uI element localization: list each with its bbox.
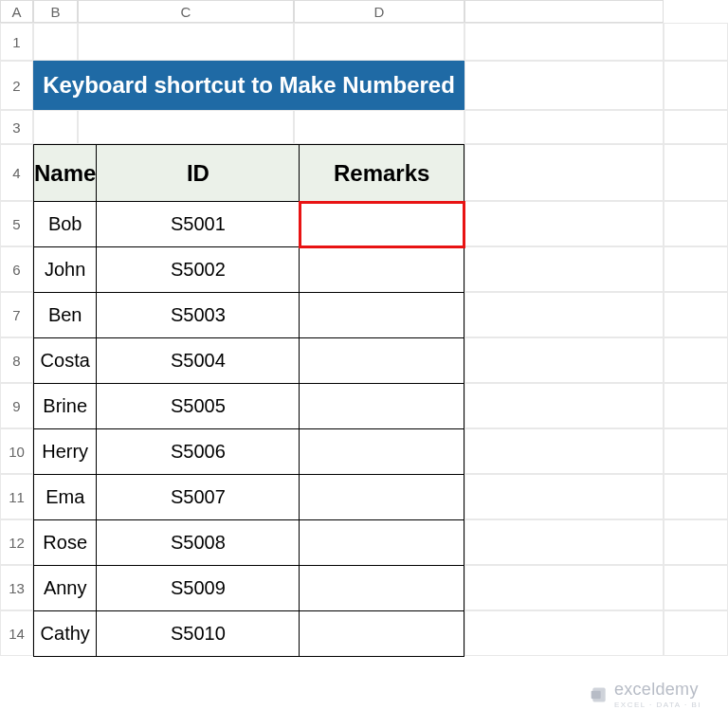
cell-bg[interactable] bbox=[664, 292, 728, 337]
cell-bg[interactable] bbox=[0, 201, 33, 246]
cell-bg[interactable] bbox=[464, 61, 664, 110]
cell-bg[interactable] bbox=[0, 144, 33, 201]
table-header[interactable]: Name bbox=[34, 145, 97, 202]
cell-bg[interactable] bbox=[664, 246, 728, 292]
cell-bg[interactable] bbox=[464, 144, 664, 201]
table-cell-id[interactable]: S5008 bbox=[97, 520, 300, 566]
cell-bg[interactable] bbox=[0, 246, 33, 292]
table-row: HerryS5006 bbox=[34, 429, 464, 475]
cell-bg[interactable] bbox=[464, 474, 664, 519]
cell-bg[interactable] bbox=[664, 383, 728, 428]
table-cell-remarks[interactable] bbox=[300, 338, 464, 384]
table-row: JohnS5002 bbox=[34, 247, 464, 293]
table-cell-name[interactable]: Herry bbox=[34, 429, 97, 475]
table-row: BenS5003 bbox=[34, 293, 464, 338]
cell-bg[interactable] bbox=[664, 61, 728, 110]
cell-bg[interactable] bbox=[664, 144, 728, 201]
cell-bg[interactable] bbox=[664, 474, 728, 519]
cell-bg[interactable] bbox=[0, 565, 33, 610]
cell-bg[interactable] bbox=[78, 23, 294, 61]
table-row: AnnyS5009 bbox=[34, 566, 464, 611]
table-cell-name[interactable]: John bbox=[34, 247, 97, 293]
cell-bg[interactable] bbox=[464, 201, 664, 246]
table-cell-id[interactable]: S5001 bbox=[97, 202, 300, 247]
table-cell-id[interactable]: S5007 bbox=[97, 475, 300, 520]
cell-bg[interactable] bbox=[78, 110, 294, 144]
col-header-A[interactable]: A bbox=[0, 0, 33, 23]
table-cell-id[interactable]: S5005 bbox=[97, 384, 300, 429]
table-header[interactable]: ID bbox=[97, 145, 300, 202]
cell-bg[interactable] bbox=[664, 110, 728, 144]
table-cell-id[interactable]: S5009 bbox=[97, 566, 300, 611]
table-cell-id[interactable]: S5002 bbox=[97, 247, 300, 293]
table-cell-id[interactable]: S5004 bbox=[97, 338, 300, 384]
cell-bg[interactable] bbox=[0, 519, 33, 565]
table-cell-remarks[interactable] bbox=[300, 611, 464, 657]
table-row: EmaS5007 bbox=[34, 475, 464, 520]
table-cell-id[interactable]: S5006 bbox=[97, 429, 300, 475]
cell-bg[interactable] bbox=[464, 519, 664, 565]
svg-rect-1 bbox=[592, 690, 601, 698]
table-cell-remarks[interactable] bbox=[300, 384, 464, 429]
data-table: NameIDRemarksBobS5001JohnS5002BenS5003Co… bbox=[33, 144, 464, 657]
col-header-extra[interactable] bbox=[464, 0, 664, 23]
cell-bg[interactable] bbox=[464, 383, 664, 428]
cell-bg[interactable] bbox=[464, 23, 664, 61]
cell-bg[interactable] bbox=[664, 428, 728, 474]
cell-bg[interactable] bbox=[464, 337, 664, 383]
col-header-B[interactable]: B bbox=[33, 0, 78, 23]
table-header[interactable]: Remarks bbox=[300, 145, 464, 202]
cell-bg[interactable] bbox=[33, 23, 78, 61]
table-row: CostaS5004 bbox=[34, 338, 464, 384]
cell-bg[interactable] bbox=[0, 383, 33, 428]
table-cell-name[interactable]: Ema bbox=[34, 475, 97, 520]
table-cell-remarks[interactable] bbox=[300, 429, 464, 475]
table-cell-remarks[interactable] bbox=[300, 293, 464, 338]
table-cell-remarks[interactable] bbox=[300, 566, 464, 611]
table-cell-remarks[interactable] bbox=[300, 247, 464, 293]
cell-bg[interactable] bbox=[0, 474, 33, 519]
col-header-C[interactable]: C bbox=[78, 0, 294, 23]
table-cell-name[interactable]: Rose bbox=[34, 520, 97, 566]
cell-bg[interactable] bbox=[664, 201, 728, 246]
cell-bg[interactable] bbox=[0, 610, 33, 656]
table-cell-name[interactable]: Anny bbox=[34, 566, 97, 611]
cell-bg[interactable] bbox=[294, 110, 464, 144]
cell-bg[interactable] bbox=[464, 246, 664, 292]
table-cell-id[interactable]: S5010 bbox=[97, 611, 300, 657]
cell-bg[interactable] bbox=[464, 565, 664, 610]
cell-bg[interactable] bbox=[0, 292, 33, 337]
cell-bg[interactable] bbox=[464, 428, 664, 474]
cell-bg[interactable] bbox=[664, 565, 728, 610]
table-cell-name[interactable]: Costa bbox=[34, 338, 97, 384]
table-cell-name[interactable]: Brine bbox=[34, 384, 97, 429]
table-row: RoseS5008 bbox=[34, 520, 464, 566]
cell-bg[interactable] bbox=[0, 61, 33, 110]
table-row: BobS5001 bbox=[34, 202, 464, 247]
excel-logo-icon bbox=[590, 685, 609, 704]
cell-bg[interactable] bbox=[664, 519, 728, 565]
cell-bg[interactable] bbox=[664, 23, 728, 61]
cell-bg[interactable] bbox=[464, 110, 664, 144]
cell-bg[interactable] bbox=[0, 428, 33, 474]
selected-cell[interactable] bbox=[300, 202, 464, 247]
table-cell-id[interactable]: S5003 bbox=[97, 293, 300, 338]
cell-bg[interactable] bbox=[664, 337, 728, 383]
table-cell-name[interactable]: Bob bbox=[34, 202, 97, 247]
watermark-brand: exceldemy bbox=[614, 680, 699, 700]
cell-bg[interactable] bbox=[664, 610, 728, 656]
cell-bg[interactable] bbox=[0, 337, 33, 383]
table-row: BrineS5005 bbox=[34, 384, 464, 429]
cell-bg[interactable] bbox=[33, 110, 78, 144]
cell-bg[interactable] bbox=[0, 110, 33, 144]
table-cell-remarks[interactable] bbox=[300, 475, 464, 520]
cell-bg[interactable] bbox=[0, 23, 33, 61]
cell-bg[interactable] bbox=[464, 292, 664, 337]
watermark: exceldemy EXCEL · DATA · BI bbox=[590, 680, 701, 709]
cell-bg[interactable] bbox=[464, 610, 664, 656]
table-cell-name[interactable]: Cathy bbox=[34, 611, 97, 657]
col-header-D[interactable]: D bbox=[294, 0, 464, 23]
table-cell-remarks[interactable] bbox=[300, 520, 464, 566]
table-cell-name[interactable]: Ben bbox=[34, 293, 97, 338]
cell-bg[interactable] bbox=[294, 23, 464, 61]
